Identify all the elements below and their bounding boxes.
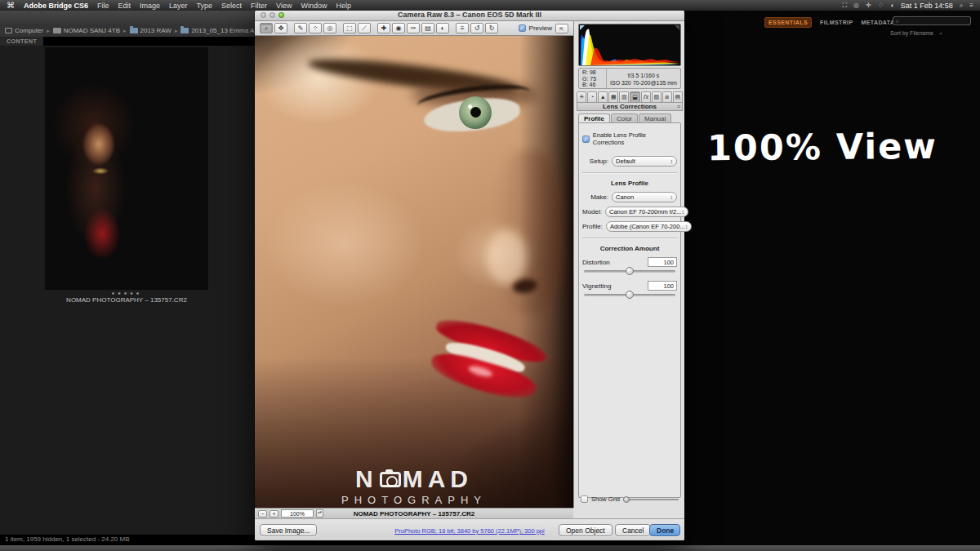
- workspace-tab-essentials[interactable]: ESSENTIALS: [764, 17, 812, 28]
- menubar-clock[interactable]: Sat 1 Feb 14:58: [901, 2, 953, 10]
- model-label: Model:: [582, 208, 602, 216]
- straighten-tool[interactable]: ⟋: [358, 23, 371, 33]
- red-eye-tool[interactable]: ◉: [392, 23, 405, 33]
- distortion-label: Distortion: [582, 259, 610, 266]
- sort-control[interactable]: Sort by Filename ⌄: [890, 29, 943, 36]
- workspace-tab-metadata[interactable]: METADATA: [862, 20, 895, 25]
- model-dropdown[interactable]: Canon EF 70-200mm f/2... ↕: [605, 207, 688, 217]
- menu-edit[interactable]: Edit: [118, 2, 131, 10]
- setup-value: Default: [616, 158, 635, 165]
- save-image-button[interactable]: Save Image...: [260, 524, 317, 536]
- lens-corrections-panel-icon[interactable]: ⬓: [630, 91, 639, 102]
- zoom-in-button[interactable]: +: [270, 510, 278, 518]
- show-grid-checkbox[interactable]: [581, 495, 588, 503]
- setup-label: Setup:: [582, 158, 608, 165]
- rating-stars[interactable]: ★★★★★: [45, 291, 208, 295]
- correction-amount-header: Correction Amount: [582, 245, 677, 252]
- preview-checkbox[interactable]: ✓: [519, 24, 526, 32]
- menu-window[interactable]: Window: [301, 2, 327, 10]
- spotlight-icon[interactable]: ⌕: [960, 2, 963, 10]
- cancel-button[interactable]: Cancel: [615, 524, 651, 536]
- effects-panel-icon[interactable]: fx: [641, 91, 651, 102]
- breadcrumb-computer[interactable]: Computer: [5, 27, 43, 34]
- snapshots-panel-icon[interactable]: ▤: [673, 91, 683, 102]
- menu-select[interactable]: Select: [221, 2, 242, 10]
- hsl-panel-icon[interactable]: ▦: [608, 91, 618, 102]
- profile-dropdown[interactable]: Adobe (Canon EF 70-200... ↕: [606, 221, 692, 232]
- vignetting-value[interactable]: 100: [648, 281, 677, 291]
- color-sampler-tool[interactable]: ⁘: [309, 23, 322, 33]
- panel-header: Lens Corrections ≡: [577, 102, 683, 111]
- menu-help[interactable]: Help: [336, 2, 351, 10]
- photo-mouth: [419, 309, 556, 420]
- workspace-tab-filmstrip[interactable]: FILMSTRIP: [820, 20, 853, 25]
- enable-lens-profile-checkbox[interactable]: ✓: [582, 136, 590, 143]
- open-object-button[interactable]: Open Object: [559, 524, 612, 536]
- slider-handle[interactable]: [626, 291, 634, 299]
- menu-file[interactable]: File: [97, 2, 109, 10]
- search-input[interactable]: ⌕: [893, 16, 971, 25]
- highlight-clipping-icon[interactable]: [675, 25, 679, 30]
- breadcrumb-folder-raw[interactable]: 2013 RAW: [130, 27, 172, 34]
- menu-type[interactable]: Type: [197, 2, 213, 10]
- display-icon[interactable]: ⛶: [842, 2, 847, 10]
- tone-curve-panel-icon[interactable]: ◔: [587, 91, 597, 102]
- bluetooth-icon[interactable]: ♢: [878, 2, 884, 9]
- make-dropdown[interactable]: Canon ↕: [612, 192, 677, 202]
- vignetting-label: Vignetting: [582, 282, 611, 290]
- thumbnail-image[interactable]: [45, 47, 208, 290]
- breadcrumb-label: NOMAD SANJ 4TB: [64, 27, 120, 34]
- zoom-out-button[interactable]: −: [258, 510, 267, 518]
- preferences-button[interactable]: ≡: [456, 23, 469, 33]
- menu-app[interactable]: Adobe Bridge CS6: [24, 2, 88, 10]
- distortion-value[interactable]: 100: [648, 257, 677, 267]
- slider-handle[interactable]: [623, 496, 630, 503]
- targeted-adjustment-tool[interactable]: ◎: [323, 23, 336, 33]
- rotate-right-button[interactable]: ↻: [485, 23, 498, 33]
- hand-tool[interactable]: ✥: [274, 23, 287, 33]
- volume-icon[interactable]: ◖: [890, 2, 894, 9]
- grid-size-slider[interactable]: [623, 499, 679, 500]
- camera-raw-titlebar[interactable]: Camera Raw 8.3 – Canon EOS 5D Mark III: [255, 9, 684, 21]
- fullscreen-toggle-button[interactable]: ⇱: [555, 24, 568, 33]
- apple-menu-icon[interactable]: ⌘: [7, 1, 15, 10]
- spot-removal-tool[interactable]: ✚: [377, 23, 390, 33]
- white-balance-tool[interactable]: ✎: [294, 23, 307, 33]
- basic-panel-icon[interactable]: ☀: [577, 91, 586, 102]
- menu-view[interactable]: View: [276, 2, 292, 10]
- chevron-down-icon: ⌄: [938, 29, 943, 36]
- enable-lens-profile-label: Enable Lens Profile Corrections: [593, 131, 677, 146]
- zoom-button[interactable]: [278, 12, 284, 18]
- notification-center-icon[interactable]: ≡: [969, 2, 973, 9]
- tab-content[interactable]: CONTENT: [0, 37, 43, 46]
- model-value: Canon EF 70-200mm f/2...: [609, 208, 681, 216]
- radial-filter-tool[interactable]: ◐: [436, 23, 449, 33]
- distortion-slider[interactable]: [584, 270, 675, 273]
- slider-handle[interactable]: [626, 267, 634, 275]
- menu-filter[interactable]: Filter: [251, 2, 267, 10]
- crop-tool[interactable]: ⬚: [343, 23, 356, 33]
- graduated-filter-tool[interactable]: ▤: [421, 23, 434, 33]
- histogram[interactable]: [578, 24, 681, 66]
- breadcrumb-drive[interactable]: NOMAD SANJ 4TB: [53, 27, 120, 34]
- split-toning-panel-icon[interactable]: ▥: [619, 91, 629, 102]
- shadow-clipping-icon[interactable]: [580, 25, 585, 30]
- universal-access-icon[interactable]: ✛: [866, 2, 871, 9]
- zoom-tool[interactable]: ⌕: [260, 23, 273, 33]
- panel-menu-icon[interactable]: ≡: [677, 103, 680, 111]
- camera-calibration-panel-icon[interactable]: ▧: [652, 91, 662, 102]
- chevron-right-icon: ▸: [175, 28, 178, 34]
- panel-icon-tabs: ☀ ◔ ▲ ▦ ▥ ⬓ fx ▧ ≣ ▤: [577, 91, 683, 102]
- menu-image[interactable]: Image: [140, 2, 160, 10]
- timemachine-icon[interactable]: ◎: [853, 2, 859, 9]
- preview-image[interactable]: N MAD PHOTOGRAPHY: [255, 36, 573, 508]
- setup-dropdown[interactable]: Default ↕: [612, 156, 677, 167]
- menu-layer[interactable]: Layer: [169, 2, 188, 10]
- adjustment-brush-tool[interactable]: ✑: [407, 23, 420, 33]
- vignetting-slider[interactable]: [584, 294, 675, 296]
- rotate-left-button[interactable]: ↺: [470, 23, 483, 33]
- presets-panel-icon[interactable]: ≣: [662, 91, 672, 102]
- dialog-footer: Save Image... ProPhoto RGB; 16 bit; 3840…: [255, 518, 684, 540]
- detail-panel-icon[interactable]: ▲: [598, 91, 608, 102]
- done-button[interactable]: Done: [649, 524, 680, 536]
